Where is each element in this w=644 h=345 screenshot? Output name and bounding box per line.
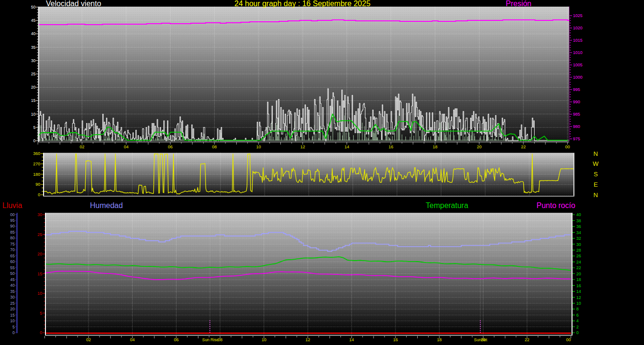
svg-text:22: 22 — [576, 265, 581, 270]
svg-text:60: 60 — [10, 259, 15, 264]
svg-text:00: 00 — [10, 212, 15, 217]
svg-text:980: 980 — [573, 124, 580, 129]
svg-text:18: 18 — [576, 277, 581, 282]
svg-text:40: 40 — [10, 283, 15, 288]
svg-text:10: 10 — [10, 318, 15, 323]
svg-text:10: 10 — [37, 291, 42, 296]
svg-text:0: 0 — [12, 330, 15, 335]
svg-text:25: 25 — [37, 232, 42, 237]
svg-text:75: 75 — [10, 242, 15, 246]
svg-text:10: 10 — [31, 112, 36, 117]
svg-text:Lluvia: Lluvia — [2, 201, 22, 209]
svg-text:0: 0 — [38, 192, 40, 197]
svg-text:12: 12 — [576, 295, 581, 300]
svg-text:10: 10 — [261, 337, 266, 342]
svg-text:02: 02 — [86, 337, 91, 342]
svg-text:N: N — [593, 150, 598, 157]
svg-text:Presión: Presión — [506, 0, 531, 8]
svg-text:18: 18 — [433, 145, 438, 149]
svg-text:0: 0 — [576, 330, 579, 335]
svg-text:38: 38 — [576, 218, 581, 223]
svg-text:16: 16 — [393, 337, 398, 342]
svg-text:1020: 1020 — [573, 26, 582, 30]
svg-text:20: 20 — [576, 272, 581, 276]
svg-text:15: 15 — [37, 272, 42, 276]
svg-text:28: 28 — [576, 248, 581, 253]
svg-text:15: 15 — [10, 313, 15, 318]
svg-text:16: 16 — [389, 145, 394, 149]
svg-text:360: 360 — [33, 151, 40, 156]
svg-text:22: 22 — [521, 145, 526, 149]
svg-text:Sun Rise: Sun Rise — [202, 337, 219, 342]
svg-text:1005: 1005 — [573, 63, 582, 67]
svg-text:1010: 1010 — [573, 50, 582, 55]
svg-text:Velocidad viento: Velocidad viento — [46, 0, 101, 8]
svg-text:45: 45 — [10, 277, 15, 282]
svg-text:E: E — [594, 181, 598, 188]
svg-text:50: 50 — [10, 271, 15, 276]
svg-text:06: 06 — [168, 145, 173, 149]
svg-text:12: 12 — [300, 145, 305, 149]
svg-text:6: 6 — [576, 313, 579, 318]
svg-text:80: 80 — [10, 236, 15, 240]
svg-text:00: 00 — [565, 145, 570, 149]
svg-text:10: 10 — [256, 145, 261, 149]
svg-text:995: 995 — [573, 87, 580, 92]
svg-text:06: 06 — [174, 337, 179, 342]
svg-text:65: 65 — [10, 254, 15, 258]
svg-text:14: 14 — [344, 145, 349, 149]
svg-text:00: 00 — [566, 337, 571, 342]
svg-text:90: 90 — [10, 224, 15, 228]
svg-text:14: 14 — [576, 289, 581, 294]
svg-text:36: 36 — [576, 224, 581, 229]
svg-text:50: 50 — [31, 5, 36, 9]
svg-text:20: 20 — [10, 307, 15, 311]
svg-text:990: 990 — [573, 100, 580, 104]
svg-text:1015: 1015 — [573, 38, 582, 43]
svg-text:70: 70 — [10, 247, 15, 252]
svg-text:15: 15 — [31, 98, 36, 103]
svg-text:1000: 1000 — [573, 75, 582, 80]
svg-text:20: 20 — [37, 252, 42, 256]
svg-text:30: 30 — [31, 58, 36, 63]
svg-text:30: 30 — [37, 212, 42, 217]
svg-text:975: 975 — [573, 136, 580, 141]
svg-text:04: 04 — [130, 337, 135, 342]
svg-text:90: 90 — [36, 182, 40, 187]
svg-text:5: 5 — [40, 311, 42, 316]
svg-text:2: 2 — [576, 325, 579, 329]
svg-text:SunSet: SunSet — [474, 337, 488, 342]
svg-text:40: 40 — [31, 31, 36, 36]
svg-text:22: 22 — [525, 337, 529, 342]
svg-text:55: 55 — [10, 265, 15, 270]
svg-text:20: 20 — [477, 145, 482, 149]
svg-text:985: 985 — [573, 112, 580, 117]
svg-text:24 hour graph day : 16 Septiem: 24 hour graph day : 16 Septiembre 2025 — [234, 0, 370, 8]
svg-text:04: 04 — [124, 145, 128, 149]
svg-text:20: 20 — [31, 85, 36, 90]
svg-text:25: 25 — [10, 301, 15, 306]
svg-text:24: 24 — [576, 260, 581, 264]
svg-text:26: 26 — [576, 254, 581, 258]
svg-text:12: 12 — [305, 337, 310, 342]
svg-text:95: 95 — [10, 218, 15, 223]
svg-text:32: 32 — [576, 236, 581, 241]
svg-text:30: 30 — [10, 295, 15, 300]
svg-text:Humedad: Humedad — [90, 201, 123, 209]
svg-text:16: 16 — [576, 283, 581, 288]
svg-text:0: 0 — [33, 138, 36, 143]
svg-text:34: 34 — [576, 230, 581, 235]
svg-text:40: 40 — [576, 212, 581, 217]
svg-text:Punto rocío: Punto rocío — [537, 201, 575, 209]
svg-text:5: 5 — [33, 125, 36, 130]
svg-text:8: 8 — [576, 307, 579, 311]
svg-text:4: 4 — [576, 318, 579, 323]
svg-text:S: S — [594, 171, 598, 178]
svg-text:25: 25 — [31, 72, 36, 76]
svg-text:10: 10 — [576, 301, 581, 306]
svg-text:35: 35 — [31, 45, 36, 50]
svg-text:18: 18 — [437, 337, 442, 342]
svg-text:35: 35 — [10, 289, 15, 294]
svg-text:N: N — [593, 191, 598, 199]
svg-text:14: 14 — [349, 337, 354, 342]
